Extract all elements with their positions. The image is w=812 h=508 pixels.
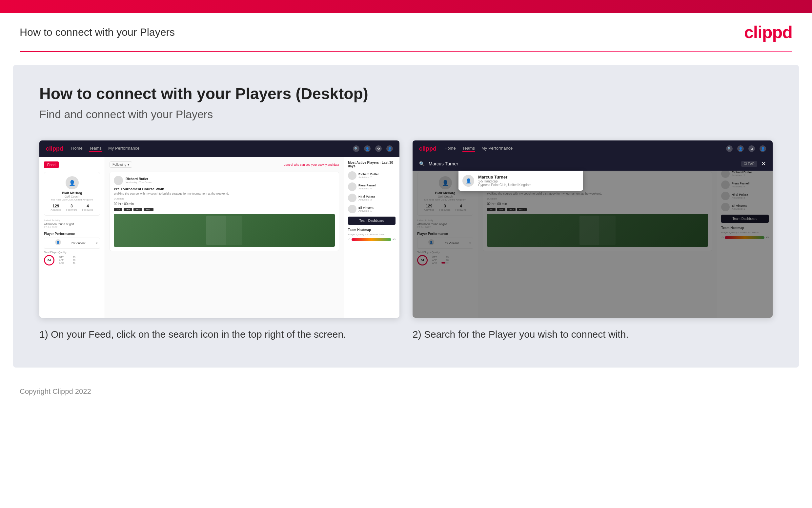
header: How to connect with your Players clippd — [0, 13, 812, 51]
clippd-logo: clippd — [744, 22, 792, 42]
main-content: How to connect with your Players (Deskto… — [13, 65, 799, 368]
mock-center-panel: Following ▾ Control who can see your act… — [105, 157, 344, 318]
player-avatar-4 — [348, 205, 356, 213]
screenshot-2: clippd Home Teams My Performance 🔍 👤 ⚙ 👤 — [413, 140, 773, 318]
player-avatar-1 — [348, 171, 356, 180]
mock-following-row: Following ▾ Control who can see your act… — [109, 162, 339, 168]
mock-profile-name: Blair McHarg — [48, 191, 96, 195]
mock-navbar-2: clippd Home Teams My Performance 🔍 👤 ⚙ 👤 — [413, 140, 773, 157]
top-bar — [0, 0, 812, 13]
person-icon-2[interactable]: 👤 — [737, 145, 744, 152]
mock-latest-activity: Latest Activity Afternoon round of golf … — [44, 219, 100, 229]
search-result-handicap: 1-5 Handicap — [478, 179, 531, 183]
mock-nav-performance[interactable]: My Performance — [108, 146, 139, 152]
photo-person — [206, 216, 226, 245]
screenshot-panel-1: clippd Home Teams My Performance 🔍 👤 ⚙ 👤 — [39, 140, 399, 341]
mock-stat-followers: 3 Followers — [66, 204, 77, 211]
mock-nav-actions: 🔍 👤 ⚙ 👤 — [353, 145, 393, 152]
caption-1: 1) On your Feed, click on the search ico… — [39, 328, 399, 341]
player-performance-title: Player Performance — [44, 232, 100, 236]
mock-nav-actions-2: 🔍 👤 ⚙ 👤 — [726, 145, 766, 152]
mock-team-dashboard-btn[interactable]: Team Dashboard — [348, 217, 395, 225]
mock-activity-user: Richard Butler Yesterday · The Grove — [114, 176, 335, 185]
mock-nav-teams-2[interactable]: Teams — [463, 146, 475, 152]
person-icon[interactable]: 👤 — [364, 145, 371, 152]
caption-2: 2) Search for the Player you wish to con… — [413, 328, 773, 341]
mock-app-2: clippd Home Teams My Performance 🔍 👤 ⚙ 👤 — [413, 140, 773, 318]
mock-activity-avatar — [114, 176, 123, 185]
mock-player-performance: Player Performance 👤 Eli Vincent ▾ Total… — [44, 232, 100, 265]
mock-profile-location: Mill Ride Golf Club, United Kingdom — [48, 198, 96, 201]
page-title: How to connect with your Players — [20, 26, 175, 38]
mock-tags: OTT APP ARG PUTT — [114, 208, 335, 211]
close-search-button[interactable]: ✕ — [761, 160, 766, 167]
screenshots-row: clippd Home Teams My Performance 🔍 👤 ⚙ 👤 — [39, 140, 773, 341]
search-result-club: Cypress Point Club, United Kingdom — [478, 183, 531, 187]
header-divider — [20, 51, 792, 52]
screenshot-panel-2: clippd Home Teams My Performance 🔍 👤 ⚙ 👤 — [413, 140, 773, 341]
search-result-dropdown: 👤 Marcus Turner 1-5 Handicap Cypress Poi… — [459, 171, 583, 190]
mock-left-panel: Feed 👤 Blair McHarg Golf Coach Mill Ride… — [39, 157, 105, 318]
mock-navbar-1: clippd Home Teams My Performance 🔍 👤 ⚙ 👤 — [39, 140, 399, 157]
mock-player-select-avatar: 👤 — [55, 239, 61, 245]
search-icon[interactable]: 🔍 — [353, 145, 360, 152]
avatar-icon[interactable]: 👤 — [386, 145, 393, 152]
mock-nav-performance-2[interactable]: My Performance — [481, 146, 513, 152]
mock-player-item-1: Richard Butler Activities: 7 — [348, 171, 395, 180]
section-subtitle: Find and connect with your Players — [39, 108, 773, 121]
screenshot-1: clippd Home Teams My Performance 🔍 👤 ⚙ 👤 — [39, 140, 399, 318]
avatar-icon-2[interactable]: 👤 — [760, 145, 766, 152]
mock-profile-role: Golf Coach — [48, 195, 96, 198]
mock-player-item-3: Hiral Pujara Activities: 3 — [348, 194, 395, 202]
mock-body-1: Feed 👤 Blair McHarg Golf Coach Mill Ride… — [39, 157, 399, 318]
mock-feed-tab[interactable]: Feed — [44, 162, 59, 168]
mock-following-btn[interactable]: Following ▾ — [109, 162, 132, 168]
mock-stats-row: 129 Activities 3 Followers 4 — [48, 204, 96, 211]
mock-profile-avatar: 👤 — [65, 176, 79, 189]
mock-stat-following: 4 Following — [82, 204, 93, 211]
search-overlay: 🔍 Marcus Turner CLEAR ✕ 👤 Marcus Turner … — [413, 157, 773, 190]
section-title: How to connect with your Players (Deskto… — [39, 85, 773, 103]
quality-bars: OTT 79 APP 70 — [59, 256, 76, 265]
player-avatar-3 — [348, 194, 356, 202]
mock-right-panel: Most Active Players - Last 30 days Richa… — [344, 157, 399, 318]
search-bar-icon: 🔍 — [419, 161, 425, 166]
mock-app-1: clippd Home Teams My Performance 🔍 👤 ⚙ 👤 — [39, 140, 399, 318]
mock-player-item-4: Eli Vincent Activities: 1 — [348, 205, 395, 213]
photo-person-2 — [226, 216, 242, 245]
mock-logo-1: clippd — [46, 145, 63, 152]
mock-activity-photo — [114, 214, 335, 247]
mock-profile-card: 👤 Blair McHarg Golf Coach Mill Ride Golf… — [44, 172, 100, 216]
mock-stat-activities: 129 Activities — [51, 204, 61, 211]
mock-nav-items: Home Teams My Performance — [71, 146, 139, 152]
mock-nav-items-2: Home Teams My Performance — [444, 146, 513, 152]
mock-logo-2: clippd — [419, 145, 436, 152]
settings-icon[interactable]: ⚙ — [375, 145, 382, 152]
search-input-text[interactable]: Marcus Turner — [429, 161, 737, 166]
player-avatar-2 — [348, 182, 356, 191]
mock-player-select[interactable]: 👤 Eli Vincent ▾ — [44, 238, 100, 249]
search-bar: 🔍 Marcus Turner CLEAR ✕ — [413, 157, 773, 171]
settings-icon-2[interactable]: ⚙ — [748, 145, 755, 152]
footer: Copyright Clippd 2022 — [0, 381, 812, 402]
mock-nav-teams[interactable]: Teams — [89, 146, 102, 152]
mock-nav-home-2[interactable]: Home — [444, 146, 456, 152]
search-result-name[interactable]: Marcus Turner — [478, 175, 531, 179]
heatmap-bar — [351, 238, 391, 241]
mock-nav-home[interactable]: Home — [71, 146, 83, 152]
mock-player-item-2: Piers Parnell Activities: 4 — [348, 182, 395, 191]
mock-activity-card: Richard Butler Yesterday · The Grove Pre… — [109, 172, 339, 251]
search-icon-2[interactable]: 🔍 — [726, 145, 733, 152]
footer-copyright: Copyright Clippd 2022 — [20, 387, 91, 395]
search-result-avatar: 👤 — [463, 175, 474, 187]
quality-circle: 84 — [44, 255, 54, 265]
clear-button[interactable]: CLEAR — [741, 161, 757, 167]
mock-control-link[interactable]: Control who can see your activity and da… — [283, 163, 339, 166]
